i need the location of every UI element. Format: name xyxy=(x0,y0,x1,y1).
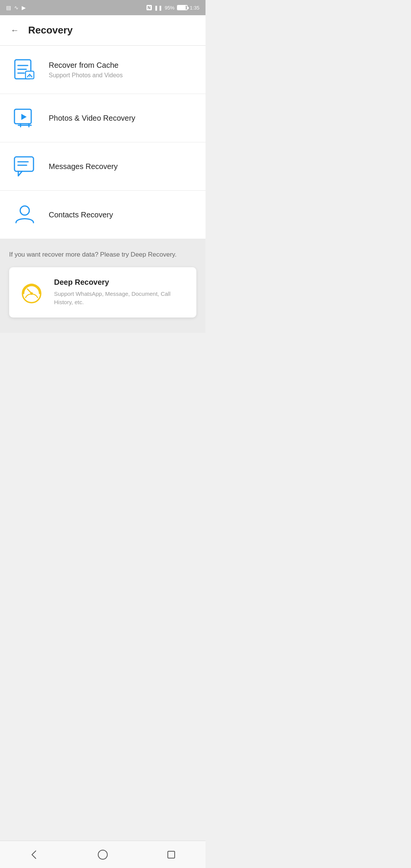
deep-recovery-text: Deep Recovery Support WhatsApp, Message,… xyxy=(54,278,187,307)
deep-recovery-icon xyxy=(18,279,45,306)
header: ← Recovery xyxy=(0,15,206,46)
contacts-text: Contacts Recovery xyxy=(49,211,113,219)
svg-point-5 xyxy=(29,76,30,77)
messages-title: Messages Recovery xyxy=(49,162,118,171)
deep-recovery-section: If you want recover more data? Please tr… xyxy=(0,239,206,333)
back-button[interactable]: ← xyxy=(9,24,21,37)
battery-icon xyxy=(177,5,188,10)
svg-point-14 xyxy=(20,206,29,215)
deep-recovery-card[interactable]: Deep Recovery Support WhatsApp, Message,… xyxy=(9,267,196,318)
svg-rect-11 xyxy=(14,157,33,171)
page-title: Recovery xyxy=(28,24,73,36)
contacts-icon xyxy=(11,201,38,228)
time-text: 1:35 xyxy=(190,5,199,11)
svg-line-17 xyxy=(27,289,32,294)
cast-icon: ▶ xyxy=(22,5,26,11)
message-icon xyxy=(11,153,38,180)
deep-recovery-subtitle: Support WhatsApp, Message, Document, Cal… xyxy=(54,290,187,307)
cache-icon xyxy=(11,56,38,83)
status-right: N ❚❚ 95% 1:35 xyxy=(147,5,199,11)
menu-list: Recover from Cache Support Photos and Vi… xyxy=(0,46,206,239)
cache-subtitle: Support Photos and Videos xyxy=(49,72,123,79)
menu-item-cache[interactable]: Recover from Cache Support Photos and Vi… xyxy=(0,46,206,94)
status-left: ▤ ∿ ▶ xyxy=(6,5,26,11)
status-bar: ▤ ∿ ▶ N ❚❚ 95% 1:35 xyxy=(0,0,206,15)
cache-text: Recover from Cache Support Photos and Vi… xyxy=(49,61,123,79)
menu-item-contacts[interactable]: Contacts Recovery xyxy=(0,191,206,239)
deep-recovery-title: Deep Recovery xyxy=(54,278,187,287)
photos-title: Photos & Video Recovery xyxy=(49,114,135,123)
nfc-icon: N xyxy=(147,5,152,10)
file-icon: ▤ xyxy=(6,5,11,11)
video-icon xyxy=(11,105,38,131)
svg-rect-4 xyxy=(25,71,34,79)
messages-text: Messages Recovery xyxy=(49,162,118,171)
svg-marker-7 xyxy=(21,114,27,120)
photos-text: Photos & Video Recovery xyxy=(49,114,135,123)
menu-item-photos[interactable]: Photos & Video Recovery xyxy=(0,94,206,142)
wifi-icon: ∿ xyxy=(14,5,19,11)
cache-title: Recover from Cache xyxy=(49,61,123,70)
menu-item-messages[interactable]: Messages Recovery xyxy=(0,142,206,191)
deep-recovery-prompt: If you want recover more data? Please tr… xyxy=(9,250,196,260)
vibrate-icon: ❚❚ xyxy=(154,5,162,11)
battery-text: 95% xyxy=(165,5,175,11)
contacts-title: Contacts Recovery xyxy=(49,211,113,219)
